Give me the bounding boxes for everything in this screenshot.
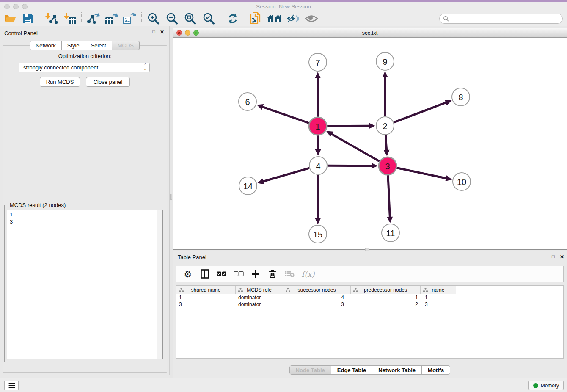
tab-node-table[interactable]: Node Table — [289, 365, 331, 375]
shared-column-icon — [179, 288, 184, 292]
close-panel-button[interactable]: Close panel — [86, 77, 130, 87]
cell-1-0[interactable]: 3 — [176, 301, 236, 308]
node-label-15: 15 — [313, 230, 322, 239]
control-panel-close-icon[interactable]: ✕ — [160, 29, 164, 35]
task-history-button[interactable] — [4, 381, 19, 390]
save-session-button[interactable] — [19, 11, 36, 26]
delete-column-button[interactable] — [267, 268, 278, 280]
arrowhead-1-4 — [315, 149, 321, 156]
network-canvas[interactable]: 1234678910111415 — [173, 38, 567, 249]
arrowhead-4-3 — [372, 163, 378, 169]
column-header-successor-nodes[interactable]: successor nodes — [283, 286, 351, 294]
memory-status-icon — [533, 383, 538, 388]
show-all-button[interactable] — [303, 11, 320, 26]
toolbar-separator — [141, 12, 142, 25]
first-neighbors-button[interactable] — [266, 11, 283, 26]
cell-1-4[interactable]: 3 — [421, 301, 456, 308]
cell-0-3[interactable]: 1 — [351, 294, 421, 301]
table-panel-close-icon[interactable]: ✕ — [560, 254, 564, 260]
optimization-criterion-select[interactable]: strongly connected component ⌃⌄ — [19, 63, 150, 72]
plus-icon — [251, 270, 260, 278]
checked-boxes-icon — [217, 271, 227, 276]
open-session-button[interactable] — [2, 11, 19, 26]
column-header-name[interactable]: name — [421, 286, 456, 294]
edge-1-6[interactable] — [262, 107, 309, 123]
export-table-button[interactable] — [103, 11, 120, 26]
network-view-window: ✕ − + scc.txt 1234678910111415 — [173, 28, 567, 250]
edge-2-3[interactable] — [385, 135, 386, 151]
table-row-0[interactable]: 1dominator411 — [176, 294, 563, 301]
run-mcds-button[interactable]: Run MCDS — [40, 77, 80, 87]
column-header-predecessor-nodes[interactable]: predecessor nodes — [351, 286, 421, 294]
edge-3-10[interactable] — [397, 168, 447, 179]
select-all-columns-button[interactable] — [216, 268, 227, 280]
tab-network[interactable]: Network — [30, 41, 62, 50]
export-network-button[interactable] — [85, 11, 102, 26]
cell-1-2[interactable]: 3 — [283, 301, 351, 308]
tab-network-table[interactable]: Network Table — [372, 365, 422, 375]
new-network-from-selection-button[interactable] — [247, 11, 264, 26]
search-input[interactable] — [449, 14, 562, 23]
mcds-result-title: MCDS result (2 nodes) — [8, 202, 67, 208]
column-header-shared-name[interactable]: shared name — [176, 286, 236, 294]
cell-0-0[interactable]: 1 — [176, 294, 236, 301]
zoom-selected-button[interactable] — [200, 11, 217, 26]
window-titlebar: Session: New Session — [0, 2, 567, 11]
result-scrollbar[interactable] — [157, 210, 162, 359]
arrowhead-3-10 — [445, 175, 452, 181]
edge-3-1[interactable] — [331, 134, 380, 161]
eye-icon — [305, 14, 318, 23]
table-settings-button[interactable]: ⚙ — [182, 268, 193, 280]
hide-selected-button[interactable] — [284, 11, 301, 26]
node-label-4: 4 — [316, 161, 320, 171]
tab-edge-table[interactable]: Edge Table — [331, 365, 372, 375]
selected-option-label: strongly connected component — [23, 64, 98, 71]
table-panel-float-icon[interactable]: □ — [552, 254, 555, 259]
cell-0-1[interactable]: dominator — [236, 294, 283, 301]
open-folder-icon — [4, 14, 17, 24]
delete-table-button[interactable] — [284, 268, 295, 280]
table-row-1[interactable]: 3dominator323 — [176, 301, 563, 308]
edge-3-11[interactable] — [388, 175, 390, 218]
cell-1-3[interactable]: 2 — [351, 301, 421, 308]
zoom-in-button[interactable] — [145, 11, 162, 26]
function-builder-button[interactable]: f(x) — [301, 268, 315, 280]
edge-4-15[interactable] — [318, 175, 318, 219]
edge-2-8[interactable] — [394, 102, 447, 122]
cell-0-2[interactable]: 4 — [283, 294, 351, 301]
tab-mcds[interactable]: MCDS — [112, 41, 140, 50]
show-columns-button[interactable] — [199, 268, 210, 280]
edge-1-2[interactable] — [327, 126, 370, 126]
create-column-button[interactable] — [250, 268, 261, 280]
node-label-8: 8 — [458, 93, 463, 102]
arrowhead-3-11 — [387, 217, 393, 223]
tab-motifs[interactable]: Motifs — [422, 365, 450, 375]
import-table-button[interactable] — [62, 11, 79, 26]
import-network-button[interactable] — [43, 11, 60, 26]
export-network-icon — [86, 12, 100, 25]
cell-0-4[interactable]: 1 — [421, 294, 456, 301]
apply-layout-button[interactable] — [224, 11, 241, 26]
toolbar-separator — [81, 12, 82, 25]
edge-4-3[interactable] — [328, 166, 372, 166]
column-header-MCDS-role[interactable]: MCDS role — [236, 286, 283, 294]
node-label-10: 10 — [457, 177, 466, 187]
memory-label: Memory — [541, 383, 559, 389]
gear-icon: ⚙ — [184, 270, 192, 279]
vertical-splitter-handle[interactable] — [170, 194, 172, 200]
cell-1-1[interactable]: dominator — [236, 301, 283, 308]
export-image-button[interactable] — [121, 11, 138, 26]
memory-button[interactable]: Memory — [528, 381, 564, 390]
fit-content-button[interactable] — [182, 11, 198, 26]
network-window-titlebar[interactable]: ✕ − + scc.txt — [173, 28, 567, 38]
edge-4-14[interactable] — [263, 168, 309, 182]
zoom-out-button[interactable] — [163, 11, 180, 26]
duplicate-network-icon — [250, 12, 261, 25]
deselect-all-columns-button[interactable] — [233, 268, 244, 280]
vertical-splitter[interactable] — [170, 26, 173, 378]
control-panel-float-icon[interactable]: □ — [152, 29, 155, 34]
toolbar-separator — [243, 12, 243, 25]
tab-style[interactable]: Style — [62, 41, 85, 50]
tab-select[interactable]: Select — [85, 41, 112, 50]
table-panel: Table Panel □ ✕ ⚙ — [173, 251, 567, 378]
